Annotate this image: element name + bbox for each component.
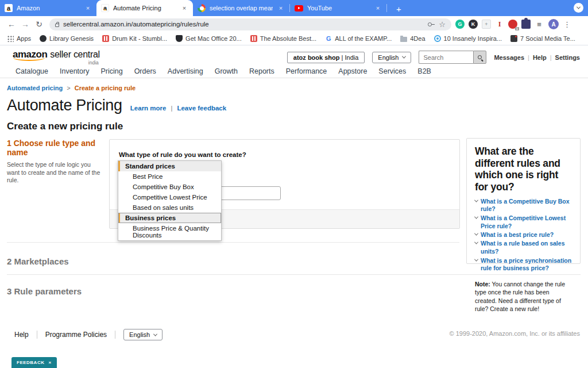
- media-control-button[interactable]: [574, 3, 583, 13]
- tab-google-search[interactable]: selection overlap meaning - G ×: [193, 0, 289, 16]
- google-favicon-icon: [198, 4, 206, 12]
- nav-item-b2b[interactable]: B2B: [417, 67, 431, 75]
- tab-title: YouTube: [307, 5, 370, 12]
- link-competitive-buy-box-rule[interactable]: What is a Competitive Buy Box rule?: [481, 198, 572, 214]
- shop-region: India: [345, 54, 359, 61]
- bookmark-absolute-best[interactable]: The Absolute Best...: [250, 35, 316, 42]
- bookmark-social-media[interactable]: 7 Social Media Te...: [510, 35, 575, 42]
- rule-type-question: What type of rule do you want to create?: [119, 151, 246, 158]
- feedback-close-icon[interactable]: ×: [48, 360, 51, 365]
- folder-icon: [400, 37, 407, 42]
- search-button[interactable]: [473, 51, 486, 64]
- nav-item-pricing[interactable]: Pricing: [100, 67, 122, 75]
- footer-programme-policies-link[interactable]: Programme Policies: [45, 331, 107, 339]
- url-text[interactable]: sellercentral.amazon.in/automatepricing/…: [63, 21, 424, 28]
- link-price-synchronisation-rule[interactable]: What is a price synchronisation rule for…: [481, 257, 572, 273]
- bookmark-folder-4dea[interactable]: 4Dea: [400, 35, 425, 42]
- adblock-badge: 1: [515, 27, 519, 30]
- tab-close-icon[interactable]: ×: [277, 5, 285, 12]
- footer-separator: [115, 331, 115, 339]
- chevron-down-icon: [474, 198, 478, 202]
- bookmark-all-examples[interactable]: GALL of the EXAMP...: [325, 35, 392, 42]
- bookmark-drum-kit[interactable]: Drum Kit - Stumbl...: [102, 35, 167, 42]
- dark-extension-icon[interactable]: K: [469, 20, 478, 29]
- new-tab-button[interactable]: +: [393, 4, 405, 16]
- breadcrumb: Automated pricing > Create a pricing rul…: [7, 85, 136, 91]
- i-extension-icon[interactable]: I: [495, 20, 504, 29]
- nav-item-catalogue[interactable]: Catalogue: [16, 67, 48, 75]
- nav-item-reports[interactable]: Reports: [249, 67, 274, 75]
- option-competitive-buy-box[interactable]: Competitive Buy Box: [118, 182, 221, 192]
- option-competitive-lowest-price[interactable]: Competitive Lowest Price: [118, 192, 221, 202]
- option-based-on-sales-units[interactable]: Based on sales units: [118, 202, 221, 213]
- favicon-icon: [250, 35, 257, 42]
- favicon-icon: [434, 35, 441, 42]
- option-best-price[interactable]: Best Price: [118, 171, 221, 182]
- bookmark-library-genesis[interactable]: Library Genesis: [40, 35, 94, 42]
- breadcrumb-separator: >: [67, 85, 70, 91]
- plus-extension-icon[interactable]: +: [482, 20, 491, 29]
- language-value: English: [378, 54, 399, 61]
- browser-menu-icon[interactable]: ⋮: [563, 20, 571, 29]
- option-business-price-quantity-discounts[interactable]: Business Price & Quantity Discounts: [118, 223, 221, 240]
- chevron-down-icon: [474, 240, 478, 244]
- messages-link[interactable]: Messages: [494, 54, 524, 61]
- bookmark-insanely-inspira[interactable]: 10 Insanely Inspira...: [434, 35, 502, 42]
- learn-more-link[interactable]: Learn more: [130, 105, 167, 112]
- address-bar[interactable]: sellercentral.amazon.in/automatepricing/…: [49, 18, 451, 30]
- grammarly-extension-icon[interactable]: G: [455, 20, 465, 29]
- bookmark-get-mac-office[interactable]: Get Mac Office 20...: [176, 35, 242, 42]
- nav-item-growth[interactable]: Growth: [215, 67, 238, 75]
- settings-link[interactable]: Settings: [555, 54, 580, 61]
- link-separator: |: [528, 54, 529, 61]
- sidebar-link-row: What is a Competitive Lowest Price rule?: [475, 214, 572, 231]
- nav-item-advertising[interactable]: Advertising: [168, 67, 203, 75]
- rule-type-dropdown: Standard prices Best Price Competitive B…: [118, 160, 222, 241]
- playlist-extension-icon[interactable]: ≡: [535, 20, 544, 29]
- link-rule-based-on-sales-units[interactable]: What is a rule based on sales units?: [481, 240, 572, 256]
- forward-icon[interactable]: →: [18, 20, 32, 29]
- browser-toolbar: ← → ↻ sellercentral.amazon.in/automatepr…: [0, 16, 588, 32]
- bookmark-star-icon[interactable]: ☆: [439, 20, 446, 29]
- amazon-logo-text: amazon: [13, 49, 47, 60]
- step2-heading: 2 Marketplaces: [7, 256, 69, 266]
- breadcrumb-automated-pricing[interactable]: Automated pricing: [7, 85, 63, 91]
- bookmark-apps[interactable]: Apps: [7, 35, 31, 42]
- password-key-icon[interactable]: [428, 21, 435, 28]
- nav-item-orders[interactable]: Orders: [134, 67, 156, 75]
- tab-automate-pricing[interactable]: a Automate Pricing ×: [96, 0, 193, 16]
- search-input[interactable]: [419, 51, 473, 64]
- create-rule-heading: Create a new pricing rule: [7, 121, 123, 132]
- help-link[interactable]: Help: [533, 54, 547, 61]
- extensions-puzzle-icon[interactable]: [521, 20, 531, 29]
- footer-language-select[interactable]: English: [123, 329, 163, 340]
- tab-close-icon[interactable]: ×: [180, 5, 188, 12]
- back-icon[interactable]: ←: [5, 20, 18, 29]
- youtube-favicon-icon: [295, 5, 303, 12]
- nav-item-performance[interactable]: Performance: [286, 67, 327, 75]
- profile-avatar[interactable]: A: [548, 19, 559, 29]
- nav-item-appstore[interactable]: Appstore: [338, 67, 367, 75]
- reload-icon[interactable]: ↻: [32, 20, 46, 29]
- link-best-price-rule[interactable]: What is a best price rule?: [481, 231, 554, 239]
- dropdown-group-standard-prices: Standard prices: [118, 161, 221, 171]
- language-select[interactable]: English: [372, 52, 411, 63]
- footer-help-link[interactable]: Help: [14, 331, 29, 339]
- amazon-seller-central-logo[interactable]: amazon seller central india: [13, 49, 100, 60]
- header-controls: atoz book shop | India English Messages|…: [287, 51, 580, 64]
- tab-amazon[interactable]: a Amazon ×: [0, 0, 96, 16]
- link-competitive-lowest-price-rule[interactable]: What is a Competitive Lowest Price rule?: [481, 214, 572, 231]
- adblock-extension-icon[interactable]: 1: [508, 20, 517, 29]
- sidebar-note: Note: You cannot change the rule type on…: [475, 280, 572, 313]
- nav-item-services[interactable]: Services: [378, 67, 406, 75]
- chevron-down-icon: [474, 257, 478, 261]
- copyright-text: © 1999-2020, Amazon.com, Inc. or its aff…: [450, 330, 580, 337]
- tab-close-icon[interactable]: ×: [374, 5, 382, 12]
- tab-youtube[interactable]: YouTube ×: [290, 0, 386, 16]
- seller-central-text: seller central: [50, 49, 100, 60]
- shop-marketplace-box[interactable]: atoz book shop | India: [287, 52, 365, 63]
- tab-close-icon[interactable]: ×: [84, 5, 92, 12]
- nav-item-inventory[interactable]: Inventory: [60, 67, 89, 75]
- feedback-button[interactable]: FEEDBACK ×: [11, 357, 57, 368]
- leave-feedback-link[interactable]: Leave feedback: [177, 105, 226, 112]
